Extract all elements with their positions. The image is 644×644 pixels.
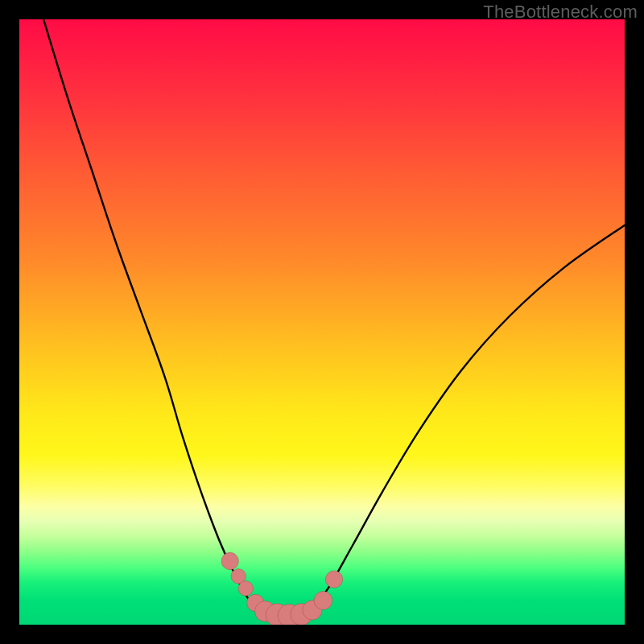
valley-markers <box>221 552 343 625</box>
marker-bead <box>325 571 342 588</box>
marker-bead <box>221 552 238 569</box>
bottleneck-curve <box>43 19 625 615</box>
marker-bead <box>314 591 332 609</box>
curve-layer <box>19 19 625 625</box>
marker-bead <box>238 581 254 597</box>
